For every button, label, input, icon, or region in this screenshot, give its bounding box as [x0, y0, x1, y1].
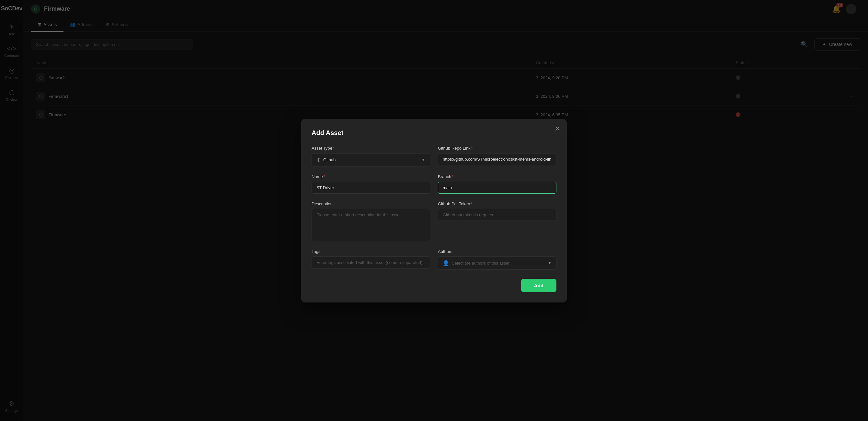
name-input[interactable] — [312, 182, 430, 194]
asset-type-select[interactable]: ⊕ Github ▼ — [312, 153, 430, 166]
tags-input[interactable] — [312, 257, 430, 268]
branch-label: Branch* — [438, 174, 556, 179]
asset-type-group: Asset Type* ⊕ Github ▼ — [312, 146, 430, 166]
close-button[interactable]: ✕ — [555, 125, 560, 132]
description-group: Description — [312, 201, 430, 241]
description-label: Description — [312, 201, 430, 206]
authors-select[interactable]: 👤 Select the authors of this asset ▼ — [438, 257, 556, 270]
modal-overlay: Add Asset ✕ Asset Type* ⊕ Github ▼ Githu… — [0, 0, 868, 421]
github-repo-input[interactable] — [438, 153, 556, 165]
github-icon: ⊕ — [316, 157, 321, 163]
modal-title: Add Asset — [312, 129, 556, 137]
name-label: Name* — [312, 174, 430, 179]
chevron-down-icon: ▼ — [422, 157, 425, 162]
github-repo-group: Github Repo Link* — [438, 146, 556, 166]
add-asset-modal: Add Asset ✕ Asset Type* ⊕ Github ▼ Githu… — [301, 119, 567, 302]
modal-bottom-row: Tags Authors 👤 Select the authors of thi… — [312, 249, 556, 270]
add-button-container: Add — [312, 279, 556, 292]
tags-group: Tags — [312, 249, 430, 270]
tags-label: Tags — [312, 249, 430, 254]
github-repo-label: Github Repo Link* — [438, 146, 556, 151]
github-pat-input[interactable] — [438, 209, 556, 221]
branch-input[interactable] — [438, 182, 556, 194]
name-group: Name* — [312, 174, 430, 194]
github-pat-label: Github Pat Token* — [438, 201, 556, 206]
github-pat-group: Github Pat Token* — [438, 201, 556, 241]
required-star: * — [323, 174, 325, 179]
chevron-down-icon: ▼ — [548, 261, 552, 265]
add-button[interactable]: Add — [521, 279, 556, 292]
description-textarea[interactable] — [312, 209, 430, 241]
asset-type-value: Github — [323, 157, 336, 162]
person-icon: 👤 — [443, 260, 449, 266]
required-star: * — [452, 174, 454, 179]
asset-type-label: Asset Type* — [312, 146, 430, 151]
modal-form: Asset Type* ⊕ Github ▼ Github Repo Link*… — [312, 146, 556, 241]
required-star: * — [471, 201, 472, 206]
required-star: * — [471, 146, 472, 151]
authors-label: Authors — [438, 249, 556, 254]
authors-group: Authors 👤 Select the authors of this ass… — [438, 249, 556, 270]
required-star: * — [333, 146, 335, 151]
authors-placeholder: Select the authors of this asset — [452, 261, 509, 265]
branch-group: Branch* — [438, 174, 556, 194]
